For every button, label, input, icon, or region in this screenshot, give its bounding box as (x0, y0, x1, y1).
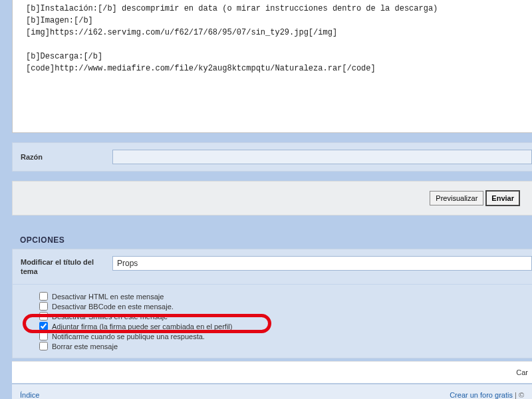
page-footer: Índice Crear un foro gratis | © (12, 383, 532, 399)
options-heading: OPCIONES (20, 235, 532, 245)
options-panel: Modificar el título del tema Desactivar … (12, 249, 532, 358)
submit-bar: Previsualizar Enviar (12, 181, 532, 215)
preview-button[interactable]: Previsualizar (430, 191, 483, 205)
modify-title-label: Modificar el título del tema (21, 256, 112, 276)
disable-bbcode-row[interactable]: Desactivar BBCode en este mensaje. (39, 301, 532, 311)
submit-button[interactable]: Enviar (485, 190, 520, 206)
attach-signature-label: Adjuntar firma (la firma puede ser cambi… (52, 323, 232, 331)
footer-index-link[interactable]: Índice (20, 391, 39, 399)
footer-create-forum-link[interactable]: Crear un foro gratis (450, 391, 513, 399)
bottom-fragment: Car (12, 361, 532, 383)
message-editor: [b]Instalación:[/b] descomprimir en data… (12, 0, 532, 133)
reason-input[interactable] (112, 150, 532, 164)
delete-message-label: Borrar este mensaje (52, 342, 118, 350)
attach-signature-row[interactable]: Adjuntar firma (la firma puede ser cambi… (39, 321, 532, 331)
attach-signature-checkbox[interactable] (39, 322, 48, 331)
disable-html-row[interactable]: Desactivar HTML en este mensaje (39, 291, 532, 301)
footer-right: Crear un foro gratis | © (450, 391, 524, 399)
disable-smilies-checkbox[interactable] (39, 312, 48, 321)
disable-bbcode-checkbox[interactable] (39, 302, 48, 311)
delete-message-checkbox[interactable] (39, 342, 48, 350)
disable-html-label: Desactivar HTML en este mensaje (52, 293, 164, 301)
modify-title-row: Modificar el título del tema (13, 249, 532, 285)
delete-message-row[interactable]: Borrar este mensaje (39, 341, 532, 351)
reason-label: Razón (21, 153, 112, 161)
notify-reply-label: Notificarme cuando se publique una respu… (52, 332, 205, 340)
notify-reply-checkbox[interactable] (39, 332, 48, 340)
disable-smilies-label: Desactivar Smilies en este mensaje (52, 313, 168, 321)
message-textarea[interactable]: [b]Instalación:[/b] descomprimir en data… (13, 0, 532, 77)
disable-smilies-row[interactable]: Desactivar Smilies en este mensaje (39, 311, 532, 321)
reason-row: Razón (12, 142, 532, 172)
disable-bbcode-label: Desactivar BBCode en este mensaje. (52, 303, 174, 311)
notify-reply-row[interactable]: Notificarme cuando se publique una respu… (39, 331, 532, 341)
disable-html-checkbox[interactable] (39, 292, 48, 301)
options-checklist: Desactivar HTML en este mensaje Desactiv… (13, 285, 532, 358)
footer-sep: | © (513, 391, 524, 399)
modify-title-input[interactable] (112, 256, 532, 271)
